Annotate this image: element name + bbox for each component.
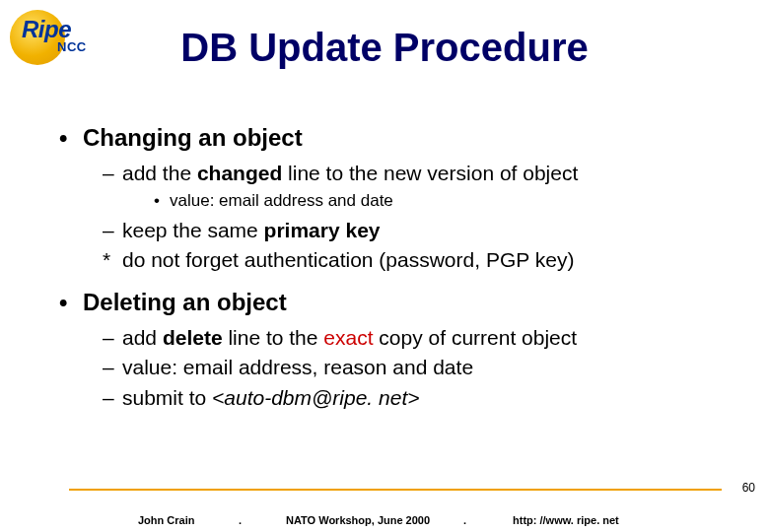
item-text: submit to <auto-dbm@ripe. net> [122,386,420,409]
slide-title: DB Update Procedure [0,26,769,70]
heading-text: Deleting an object [83,289,287,315]
footer-event: NATO Workshop, June 2000 [286,514,430,526]
bullet-item: –add delete line to the exact copy of cu… [103,324,730,352]
bullet-item: –submit to <auto-dbm@ripe. net> [103,384,730,412]
footer-separator: . [463,514,466,526]
footer-author: John Crain [138,514,194,526]
item-text: keep the same primary key [122,219,381,241]
footer-divider [69,489,722,491]
item-text: do not forget authentication (password, … [122,248,574,271]
item-text: add delete line to the exact copy of cur… [122,326,577,349]
section-heading: •Deleting an object [59,289,730,316]
bullet-item: –value: email address, reason and date [103,354,730,381]
item-text: add the changed line to the new version … [122,162,578,184]
footer-url: http: //www. ripe. net [513,514,619,526]
bullet-item: *do not forget authentication (password,… [103,246,730,274]
bullet-item: –add the changed line to the new version… [103,160,730,187]
bullet-item: –keep the same primary key [103,217,730,244]
slide-body: •Changing an object –add the changed lin… [59,110,730,414]
sub-bullet-item: •value: email address and date [154,189,730,213]
page-number: 60 [742,481,755,495]
footer-separator: . [239,514,242,526]
heading-text: Changing an object [83,124,303,151]
item-text: value: email address, reason and date [122,356,473,378]
section-heading: •Changing an object [59,124,730,152]
sub-item-text: value: email address and date [170,191,393,210]
